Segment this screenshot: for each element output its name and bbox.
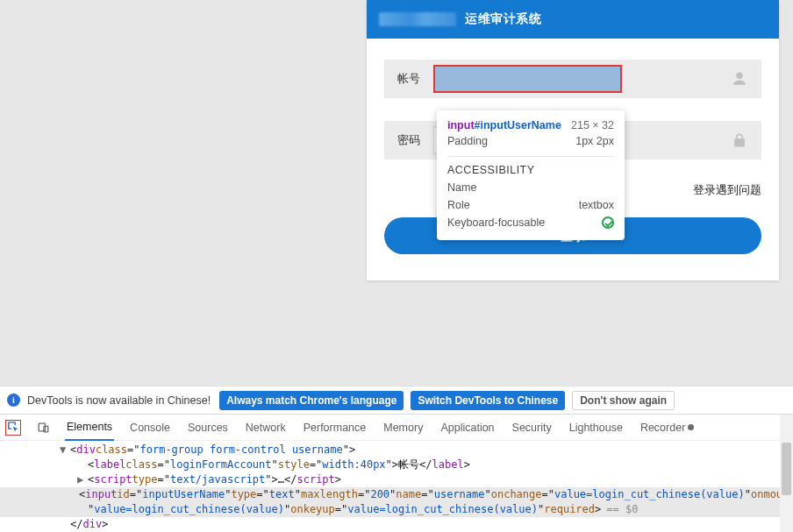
user-icon	[718, 70, 761, 88]
dom-line[interactable]: </div>	[0, 517, 793, 532]
infobar-dont-button[interactable]: Don't show again	[572, 391, 675, 410]
scrollbar-thumb[interactable]	[782, 443, 791, 495]
element-inspector-tooltip: input#inputUserName 215 × 32 Padding 1px…	[437, 110, 625, 240]
username-label: 帐号	[384, 71, 433, 87]
devtools-infobar: i DevTools is now available in Chinese! …	[0, 386, 793, 414]
dom-line[interactable]: ▶<script type="text/javascript">…</scrip…	[0, 472, 793, 487]
recorder-preview-icon	[688, 424, 694, 430]
dom-line[interactable]: ▼<div class="form-group form-control use…	[0, 443, 793, 458]
logo-blurred	[379, 12, 456, 26]
inspect-element-icon[interactable]	[5, 420, 21, 436]
inspector-dimensions: 215 × 32	[571, 119, 614, 131]
password-label: 密码	[384, 132, 433, 148]
infobar-switch-button[interactable]: Switch DevTools to Chinese	[411, 391, 565, 410]
tab-network[interactable]: Network	[244, 415, 288, 441]
tab-performance[interactable]: Performance	[302, 415, 368, 441]
tab-application[interactable]: Application	[439, 415, 496, 441]
dom-line[interactable]: <label class="loginFormAccount" style="w…	[0, 458, 793, 472]
devtools-scrollbar[interactable]	[780, 415, 793, 532]
dom-line-selected[interactable]: "value=login_cut_chinese(value)" onkeyup…	[0, 502, 793, 517]
tab-elements[interactable]: Elements	[65, 415, 114, 441]
devtools-panel: Elements Console Sources Network Perform…	[0, 414, 793, 532]
inspector-role-value: textbox	[579, 199, 614, 211]
devtools-tabs: Elements Console Sources Network Perform…	[0, 415, 793, 441]
tab-memory[interactable]: Memory	[382, 415, 425, 441]
login-trouble-link[interactable]: 登录遇到问题	[693, 182, 761, 198]
tab-sources[interactable]: Sources	[186, 415, 230, 441]
tab-lighthouse[interactable]: Lighthouse	[568, 415, 625, 441]
tab-security[interactable]: Security	[511, 415, 554, 441]
viewport-background: 运维审计系统 帐号 密码 登录	[0, 0, 793, 386]
inspector-name-label: Name	[447, 181, 476, 194]
username-input[interactable]	[433, 65, 622, 93]
infobar-match-button[interactable]: Always match Chrome's language	[219, 391, 404, 410]
inspector-keyfoc-ok-icon	[602, 216, 614, 231]
info-icon: i	[7, 394, 20, 407]
inspector-padding-label: Padding	[447, 135, 488, 147]
inspector-keyfoc-label: Keyboard-focusable	[447, 216, 545, 231]
login-title: 运维审计系统	[465, 11, 541, 27]
inspector-selector: input#inputUserName	[447, 119, 561, 131]
inspector-role-label: Role	[447, 199, 470, 211]
inspector-padding-value: 1px 2px	[575, 135, 614, 147]
elements-dom-tree[interactable]: ▼<div class="form-group form-control use…	[0, 441, 793, 532]
dom-line-selected[interactable]: <input id="inputUserName" type="text" ma…	[0, 487, 793, 502]
username-row: 帐号	[384, 60, 761, 98]
device-toggle-icon[interactable]	[35, 420, 51, 436]
dom-eq-token: == $0	[601, 502, 638, 517]
tab-console[interactable]: Console	[128, 415, 172, 441]
inspector-a11y-header: ACCESSIBILITY	[447, 164, 614, 176]
username-input-wrap	[433, 60, 718, 98]
lock-icon	[718, 131, 761, 149]
tab-recorder[interactable]: Recorder	[639, 415, 696, 441]
login-header: 运维审计系统	[367, 0, 779, 39]
infobar-message: DevTools is now available in Chinese!	[27, 394, 211, 407]
